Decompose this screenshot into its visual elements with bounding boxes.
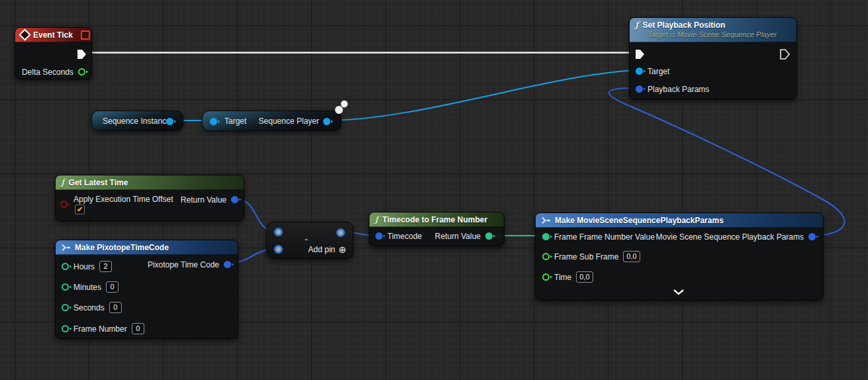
apply-offset-checkbox[interactable]: ✔ xyxy=(75,205,85,214)
minutes-label: Minutes xyxy=(73,283,101,292)
blueprint-canvas[interactable]: Event Tick Delta Seconds ƒ Set Playback … xyxy=(0,0,868,380)
frame-frame-number-row: Frame Frame Number Value xyxy=(542,231,655,242)
comment-bubble-icon[interactable] xyxy=(332,99,350,116)
node-subtract[interactable]: - Add pin ⊕ xyxy=(266,222,354,259)
seconds-pin[interactable] xyxy=(62,304,69,311)
seconds-label: Seconds xyxy=(73,303,105,312)
exec-out-pin[interactable] xyxy=(780,49,790,60)
sequence-player-label: Sequence Player xyxy=(259,117,319,126)
target-in-pin[interactable] xyxy=(210,118,217,125)
node-sequence-player[interactable]: Target Sequence Player xyxy=(202,111,342,131)
node-title: Set Playback Position xyxy=(643,21,726,30)
set-playback-position-header: ƒ Set Playback Position Target is Movie … xyxy=(630,18,796,42)
subtract-input-b-pin[interactable] xyxy=(274,245,283,254)
hours-label: Hours xyxy=(73,262,95,271)
time-label: Time xyxy=(554,273,571,282)
seconds-value[interactable]: 0 xyxy=(109,302,122,313)
playback-params-out-label: Movie Scene Sequence Playback Params xyxy=(656,232,804,242)
make-struct-icon xyxy=(541,216,551,224)
playback-params-row: Playback Params xyxy=(636,83,709,95)
minutes-row: Minutes 0 xyxy=(62,281,119,293)
time-row: Time 0,0 xyxy=(542,271,593,283)
make-pixotope-timecode-header: Make PixotopeTimeCode xyxy=(56,240,238,255)
node-title: Make PixotopeTimeCode xyxy=(75,243,169,252)
hours-value[interactable]: 2 xyxy=(99,261,112,272)
node-get-latest-time[interactable]: ƒ Get Latest Time Apply Execution Time O… xyxy=(55,175,244,221)
exec-in-pin[interactable] xyxy=(635,49,645,60)
target-pin[interactable] xyxy=(636,68,643,75)
sequence-instance-out-pin[interactable] xyxy=(166,118,173,125)
timecode-to-frame-number-header: ƒ Timecode to Frame Number xyxy=(369,213,504,227)
return-value-pin[interactable] xyxy=(231,196,238,203)
seconds-row: Seconds 0 xyxy=(62,302,122,313)
delta-seconds-label: Delta Seconds xyxy=(22,68,73,77)
playback-params-out-pin[interactable] xyxy=(808,233,816,240)
exec-in-row xyxy=(635,48,645,60)
frame-number-row: Frame Number 0 xyxy=(62,323,144,334)
delta-seconds-row: Delta Seconds xyxy=(22,66,85,77)
exec-out-pin[interactable] xyxy=(77,49,87,60)
frame-number-label: Frame Number xyxy=(73,324,127,334)
pixotope-time-code-pin[interactable] xyxy=(224,261,231,268)
subtract-output-pin[interactable] xyxy=(336,228,345,237)
timecode-pin[interactable] xyxy=(375,232,383,240)
node-set-playback-position[interactable]: ƒ Set Playback Position Target is Movie … xyxy=(629,17,797,99)
node-title: Make MovieSceneSequencePlaybackParams xyxy=(555,216,724,225)
node-make-pixotope-timecode[interactable]: Make PixotopeTimeCode Hours 2 Minutes 0 … xyxy=(55,240,238,339)
target-label: Target xyxy=(648,67,669,76)
minutes-pin[interactable] xyxy=(62,283,69,291)
exec-out-row xyxy=(77,48,87,60)
pixotope-time-code-label: Pixotope Time Code xyxy=(148,260,219,269)
frame-frame-number-pin[interactable] xyxy=(542,233,550,240)
sequence-player-out-pin[interactable] xyxy=(323,118,330,125)
delta-seconds-pin[interactable] xyxy=(78,68,85,75)
time-pin[interactable] xyxy=(542,273,550,281)
frame-number-pin[interactable] xyxy=(62,325,69,332)
function-icon: ƒ xyxy=(61,178,65,187)
function-icon: ƒ xyxy=(375,215,379,224)
frame-frame-number-label: Frame Frame Number Value xyxy=(554,232,655,242)
frame-sub-frame-label: Frame Sub Frame xyxy=(554,252,618,261)
return-value-label: Return Value xyxy=(435,232,481,241)
playback-params-pin[interactable] xyxy=(636,85,643,93)
hours-pin[interactable] xyxy=(62,263,69,270)
add-pin-button[interactable]: Add pin ⊕ xyxy=(309,245,346,254)
node-sequence-instance[interactable]: Sequence Instance xyxy=(91,111,183,131)
function-icon: ƒ xyxy=(635,21,639,29)
time-value[interactable]: 0,0 xyxy=(576,271,593,283)
return-value-label: Return Value xyxy=(181,195,226,205)
playback-params-label: Playback Params xyxy=(648,85,709,94)
node-title: Timecode to Frame Number xyxy=(383,215,487,224)
add-pin-label: Add pin xyxy=(309,245,336,254)
timecode-label: Timecode xyxy=(387,232,422,241)
return-value-row: Return Value xyxy=(181,194,238,205)
make-struct-icon xyxy=(61,244,71,252)
subtract-operator: - xyxy=(305,236,308,242)
apply-offset-label: Apply Execution Time Offset xyxy=(73,195,173,204)
target-row: Target xyxy=(636,66,669,77)
node-title: Event Tick xyxy=(33,30,73,40)
frame-sub-frame-row: Frame Sub Frame 0,0 xyxy=(542,251,640,262)
frame-sub-frame-pin[interactable] xyxy=(542,253,550,260)
expand-chevron-icon[interactable] xyxy=(673,289,685,295)
playback-params-out-row: Movie Scene Sequence Playback Params xyxy=(656,231,816,242)
node-timecode-to-frame-number[interactable]: ƒ Timecode to Frame Number Timecode Retu… xyxy=(369,212,505,246)
sequence-instance-label: Sequence Instance xyxy=(103,117,171,126)
apply-offset-pin[interactable] xyxy=(60,201,68,208)
subtract-input-a-pin[interactable] xyxy=(274,228,283,236)
pixotope-time-code-row: Pixotope Time Code xyxy=(148,259,231,270)
node-event-tick[interactable]: Event Tick Delta Seconds xyxy=(15,27,92,79)
event-icon xyxy=(19,28,30,40)
sequence-player-target-wire xyxy=(329,70,637,120)
hours-row: Hours 2 xyxy=(62,261,112,272)
frame-number-value[interactable]: 0 xyxy=(132,323,144,334)
return-value-row: Return Value xyxy=(435,230,493,242)
node-make-playback-params[interactable]: Make MovieSceneSequencePlaybackParams Fr… xyxy=(535,213,824,301)
make-playback-params-header: Make MovieSceneSequencePlaybackParams xyxy=(536,213,823,228)
frame-sub-frame-value[interactable]: 0,0 xyxy=(623,251,640,262)
return-value-pin[interactable] xyxy=(485,232,493,240)
add-pin-icon: ⊕ xyxy=(338,245,346,254)
node-title: Get Latest Time xyxy=(69,178,128,187)
timecode-row: Timecode xyxy=(375,230,422,242)
minutes-value[interactable]: 0 xyxy=(106,281,119,293)
